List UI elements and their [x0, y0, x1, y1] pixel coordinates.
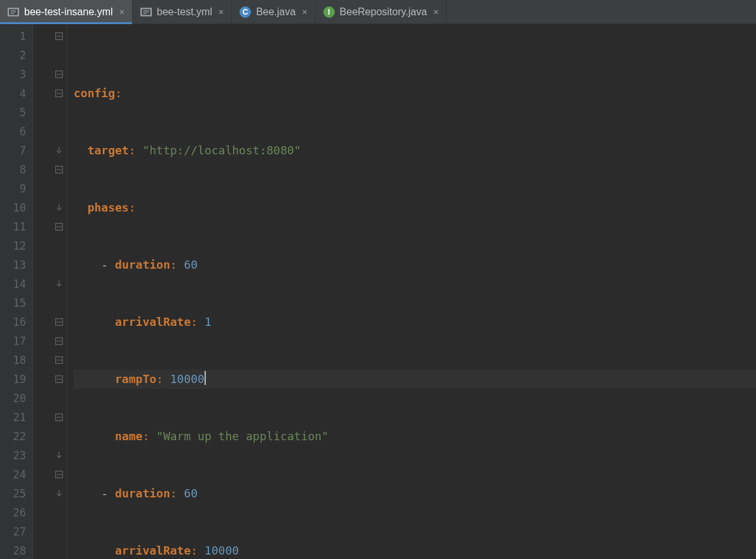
line-number: 2: [0, 46, 26, 65]
tab-bee-test-insane[interactable]: bee-test-insane.yml ×: [0, 0, 133, 24]
line-number: 27: [0, 522, 26, 541]
line-number: 5: [0, 103, 26, 122]
fold-marker[interactable]: [33, 484, 67, 503]
tab-bee-repository-java[interactable]: I BeeRepository.java ×: [316, 0, 447, 24]
tab-label: BeeRepository.java: [340, 6, 428, 18]
text-caret: [205, 371, 206, 385]
fold-marker[interactable]: [33, 293, 67, 313]
fold-marker[interactable]: [33, 313, 67, 332]
fold-marker[interactable]: [33, 103, 67, 122]
line-number: 26: [0, 503, 26, 522]
yml-file-icon: [140, 6, 152, 18]
line-number: 7: [0, 141, 26, 160]
code-line: arrivalRate: 10000: [74, 541, 756, 559]
line-number: 14: [0, 274, 26, 293]
fold-marker[interactable]: [33, 446, 67, 465]
code-line: - duration: 60: [74, 255, 756, 274]
code-line: target: "http://localhost:8080": [74, 141, 756, 160]
yml-file-icon: [8, 6, 19, 18]
fold-marker[interactable]: [33, 46, 67, 65]
code-line-current: rampTo: 10000: [74, 370, 756, 389]
line-number: 10: [0, 198, 26, 217]
line-number: 8: [0, 160, 26, 179]
line-number: 28: [0, 541, 26, 559]
fold-marker[interactable]: [33, 370, 67, 389]
fold-marker[interactable]: [33, 27, 67, 46]
fold-marker[interactable]: [33, 141, 67, 160]
fold-marker[interactable]: [33, 236, 67, 255]
line-number: 18: [0, 351, 26, 370]
line-number-gutter: 1234567891011121314151617181920212223242…: [0, 24, 33, 559]
fold-marker[interactable]: [33, 179, 67, 198]
line-number: 15: [0, 293, 26, 313]
tab-label: bee-test.yml: [157, 6, 212, 18]
fold-marker[interactable]: [33, 332, 67, 351]
fold-marker[interactable]: [33, 522, 67, 541]
fold-marker[interactable]: [33, 160, 67, 179]
line-number: 13: [0, 255, 26, 274]
line-number: 1: [0, 27, 26, 46]
line-number: 20: [0, 389, 26, 408]
line-number: 19: [0, 370, 26, 389]
tab-label: bee-test-insane.yml: [24, 6, 113, 18]
line-number: 4: [0, 84, 26, 103]
code-line: arrivalRate: 1: [74, 313, 756, 332]
line-number: 3: [0, 65, 26, 84]
line-number: 12: [0, 236, 26, 255]
line-number: 11: [0, 217, 26, 236]
fold-marker[interactable]: [33, 217, 67, 236]
code-line: - duration: 60: [74, 484, 756, 503]
fold-marker[interactable]: [33, 274, 67, 293]
fold-marker[interactable]: [33, 351, 67, 370]
line-number: 25: [0, 484, 26, 503]
close-icon[interactable]: ×: [118, 7, 125, 17]
line-number: 17: [0, 332, 26, 351]
line-number: 23: [0, 446, 26, 465]
fold-marker[interactable]: [33, 427, 67, 446]
tab-bee-java[interactable]: C Bee.java ×: [232, 0, 315, 24]
fold-marker[interactable]: [33, 389, 67, 408]
fold-marker[interactable]: [33, 255, 67, 274]
fold-marker[interactable]: [33, 122, 67, 141]
fold-marker[interactable]: [33, 465, 67, 484]
fold-marker[interactable]: [33, 408, 67, 427]
code-editor[interactable]: 1234567891011121314151617181920212223242…: [0, 24, 756, 559]
close-icon[interactable]: ×: [217, 7, 224, 17]
fold-marker[interactable]: [33, 65, 67, 84]
java-class-icon: C: [240, 6, 251, 18]
java-interface-icon: I: [323, 6, 335, 18]
line-number: 6: [0, 122, 26, 141]
line-number: 16: [0, 313, 26, 332]
code-line: name: "Warm up the application": [74, 427, 756, 446]
line-number: 21: [0, 408, 26, 427]
fold-marker[interactable]: [33, 198, 67, 217]
tab-label: Bee.java: [256, 6, 295, 18]
code-line: phases:: [74, 198, 756, 217]
code-area[interactable]: config: target: "http://localhost:8080" …: [67, 24, 756, 559]
fold-marker[interactable]: [33, 84, 67, 103]
fold-marker[interactable]: [33, 541, 67, 559]
close-icon[interactable]: ×: [300, 7, 307, 17]
tab-bee-test[interactable]: bee-test.yml ×: [133, 0, 232, 24]
fold-gutter: [33, 24, 67, 559]
close-icon[interactable]: ×: [432, 7, 438, 17]
line-number: 9: [0, 179, 26, 198]
line-number: 22: [0, 427, 26, 446]
line-number: 24: [0, 465, 26, 484]
editor-tabbar: bee-test-insane.yml × bee-test.yml × C B…: [0, 0, 756, 24]
fold-marker[interactable]: [33, 503, 67, 522]
code-line: config:: [74, 84, 756, 103]
